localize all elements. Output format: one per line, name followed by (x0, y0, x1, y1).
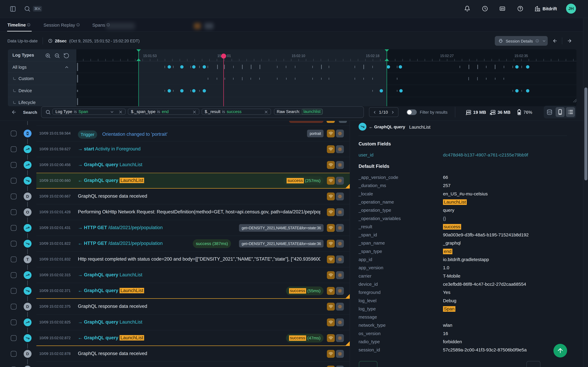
svg-text:J: J (466, 112, 467, 115)
svg-text:N: N (490, 112, 492, 115)
